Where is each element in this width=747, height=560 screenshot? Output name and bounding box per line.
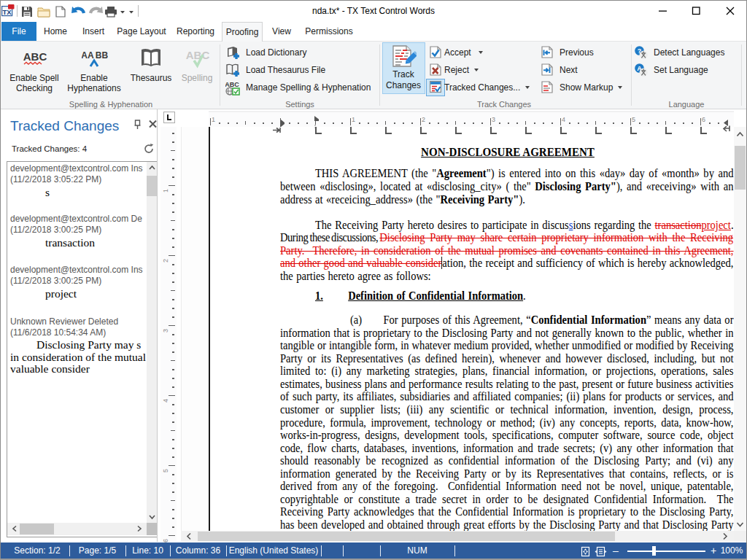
svg-text:ABC: ABC	[225, 81, 239, 88]
svg-text:AA: AA	[82, 50, 94, 61]
svg-text:ABC: ABC	[186, 49, 210, 61]
svg-text:BB: BB	[96, 50, 108, 61]
svg-text:ABC: ABC	[23, 50, 47, 63]
